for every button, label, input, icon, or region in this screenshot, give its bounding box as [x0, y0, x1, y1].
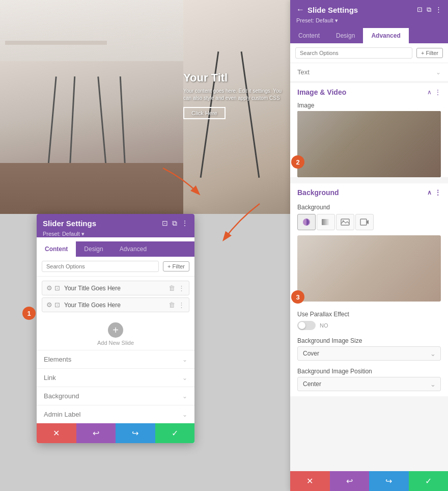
text-section: Text ⌄ — [290, 63, 448, 81]
tab-design-left[interactable]: Design — [76, 241, 111, 257]
left-cancel-button[interactable]: ✕ — [37, 423, 76, 443]
image-video-more-icon[interactable]: ⋮ — [435, 89, 441, 96]
image-video-label: Image & Video — [297, 88, 346, 96]
bg-gradient-icon-button[interactable] — [317, 214, 335, 230]
background-chevron-icon2: ∧ — [427, 189, 432, 196]
background-accordion: Background ⌄ — [37, 387, 194, 405]
link-accordion-header[interactable]: Link ⌄ — [37, 369, 194, 387]
bg-color-icon-button[interactable] — [297, 214, 316, 230]
delete-icon-1[interactable]: 🗑 — [169, 284, 175, 292]
right-redo-button[interactable]: ↪ — [369, 471, 409, 491]
add-slide-button[interactable]: + — [108, 322, 123, 338]
link-chevron-icon: ⌄ — [182, 374, 187, 381]
image-video-chevron-icon: ∧ — [427, 89, 432, 96]
right-filter-button[interactable]: + Filter — [416, 48, 443, 58]
right-preset-row[interactable]: Preset: Default ▾ — [296, 17, 442, 24]
right-undo-button[interactable]: ↩ — [330, 471, 370, 491]
right-more-options-icon[interactable]: ⋮ — [435, 6, 442, 14]
slide-1-left-icons: ⚙ ⊡ — [46, 284, 60, 292]
window-icon[interactable]: ⊡ — [162, 219, 168, 228]
right-preset-label: Preset: Default — [296, 17, 333, 23]
background-photo-left — [0, 0, 183, 214]
slide-2-left-icons: ⚙ ⊡ — [46, 301, 60, 309]
text-section-header[interactable]: Text ⌄ — [290, 63, 448, 81]
more-icon-1[interactable]: ⋮ — [178, 284, 185, 292]
image-label: Image — [297, 102, 314, 109]
tab-design-right[interactable]: Design — [328, 28, 363, 43]
left-preset-dropdown-icon[interactable]: ▾ — [81, 231, 85, 237]
left-search-row: + Filter — [37, 257, 194, 277]
elements-accordion-header[interactable]: Elements ⌄ — [37, 350, 194, 368]
image-video-section-header[interactable]: Image & Video ∧ ⋮ — [290, 83, 448, 101]
columns-icon[interactable]: ⧉ — [172, 219, 177, 228]
bg-image-icon-button[interactable] — [336, 214, 354, 230]
background-more-icon[interactable]: ⋮ — [435, 189, 441, 196]
elements-chevron-icon: ⌄ — [182, 356, 187, 363]
left-save-button[interactable]: ✓ — [155, 423, 195, 443]
delete-icon-2[interactable]: 🗑 — [169, 301, 175, 309]
admin-label-chevron-icon: ⌄ — [182, 411, 187, 418]
copy-icon-2[interactable]: ⊡ — [54, 301, 60, 309]
more-icon-2[interactable]: ⋮ — [178, 301, 185, 309]
svg-point-3 — [343, 221, 344, 222]
left-filter-button[interactable]: + Filter — [163, 261, 189, 271]
arrow-indicator-2 — [219, 199, 265, 244]
settings-icon-2[interactable]: ⚙ — [46, 301, 52, 309]
right-window-icon[interactable]: ⊡ — [417, 6, 423, 14]
badge-2: 2 — [291, 155, 304, 169]
badge-1: 1 — [22, 307, 36, 320]
link-label: Link — [44, 374, 56, 381]
background-section-header[interactable]: Background ∧ ⋮ — [290, 183, 448, 202]
admin-label-accordion-header[interactable]: Admin Label ⌄ — [37, 405, 194, 423]
right-search-row: + Filter — [290, 43, 448, 63]
slide-body: Your content goes here. Edit it settings… — [183, 88, 285, 102]
parallax-toggle-row: NO — [297, 321, 441, 330]
left-panel-title: Slider Settings — [43, 219, 96, 228]
parallax-row: Use Parallax Effect NO — [290, 308, 448, 335]
right-panel-title: Slide Settings — [307, 6, 417, 14]
admin-label-accordion: Admin Label ⌄ — [37, 405, 194, 423]
parallax-toggle[interactable] — [297, 321, 316, 330]
text-chevron-icon: ⌄ — [436, 69, 441, 76]
left-bottom-bar: ✕ ↩ ↪ ✓ — [37, 423, 194, 443]
bg-video-icon-button[interactable] — [355, 214, 374, 230]
background-section-icons: ∧ ⋮ — [427, 189, 441, 196]
tab-advanced-right[interactable]: Advanced — [363, 28, 408, 43]
slide-item-1: ⚙ ⊡ Your Title Goes Here 🗑 ⋮ — [42, 281, 189, 295]
background-accordion-header[interactable]: Background ⌄ — [37, 387, 194, 405]
right-search-input[interactable] — [295, 47, 412, 59]
link-accordion: Link ⌄ — [37, 368, 194, 387]
right-columns-icon[interactable]: ⧉ — [427, 6, 431, 14]
more-options-icon[interactable]: ⋮ — [181, 219, 188, 228]
add-slide-row: + Add New Slide — [37, 318, 194, 350]
right-preset-dropdown-icon[interactable]: ▾ — [335, 17, 338, 23]
admin-label-text: Admin Label — [44, 411, 80, 418]
right-tab-bar: Content Design Advanced — [290, 28, 448, 43]
left-preset-row[interactable]: Preset: Default ▾ — [43, 231, 188, 237]
image-position-select-wrapper: Center Top Bottom Left Right — [297, 377, 441, 391]
right-bottom-bar: ✕ ↩ ↪ ✓ — [290, 471, 448, 491]
settings-icon-1[interactable]: ⚙ — [46, 284, 52, 292]
tab-advanced-left[interactable]: Advanced — [111, 241, 155, 257]
tab-content-left[interactable]: Content — [37, 241, 76, 257]
right-save-button[interactable]: ✓ — [409, 471, 449, 491]
left-search-input[interactable] — [42, 261, 159, 272]
left-tab-bar: Content Design Advanced — [37, 241, 194, 257]
right-cancel-button[interactable]: ✕ — [290, 471, 330, 491]
background-section: Background ∧ ⋮ Background — [290, 183, 448, 396]
background-chevron-icon: ⌄ — [182, 393, 187, 400]
back-icon[interactable]: ← — [296, 5, 304, 14]
background-preview-image[interactable] — [297, 235, 441, 302]
slide-cta-button[interactable]: Click Here — [183, 107, 226, 119]
left-undo-button[interactable]: ↩ — [76, 423, 116, 443]
left-redo-button[interactable]: ↪ — [116, 423, 155, 443]
slide-1-name: Your Title Goes Here — [64, 285, 169, 292]
copy-icon-1[interactable]: ⊡ — [54, 284, 60, 292]
image-position-select[interactable]: Center Top Bottom Left Right — [297, 377, 441, 391]
right-panel-header: ← Slide Settings ⊡ ⧉ ⋮ Preset: Default ▾ — [290, 0, 448, 28]
image-size-select-wrapper: Cover Contain Auto — [297, 346, 441, 361]
image-thumbnail[interactable] — [297, 111, 441, 177]
tab-content-right[interactable]: Content — [290, 28, 328, 43]
text-section-label: Text — [297, 68, 310, 76]
image-size-select[interactable]: Cover Contain Auto — [297, 346, 441, 361]
